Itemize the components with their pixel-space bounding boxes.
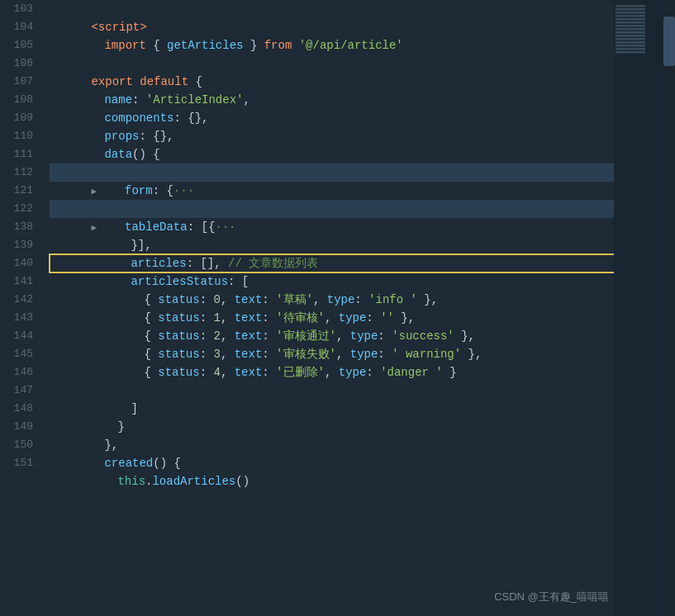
code-line-138: }], [50, 218, 675, 236]
ln-143: 143 [0, 309, 33, 327]
code-line-105 [50, 36, 675, 54]
ln-140: 140 [0, 254, 33, 272]
ln-108: 108 [0, 91, 33, 109]
ln-142: 142 [0, 291, 33, 309]
code-line-140: articlesStatus: [ [50, 254, 675, 272]
scrollbar[interactable] [663, 0, 675, 616]
ln-138: 138 [0, 218, 33, 236]
code-line-141: { status: 0, text: '草稿', type: 'info ' }… [50, 272, 675, 291]
code-line-151: this.loadArticles() [50, 454, 675, 472]
ln-145: 145 [0, 345, 33, 363]
code-line-121: }, [50, 182, 675, 200]
ln-147: 147 [0, 381, 33, 400]
code-line-109: props: {}, [50, 109, 675, 127]
code-line-122: ▶tableData: [{··· [50, 200, 675, 218]
ln-150: 150 [0, 436, 33, 454]
code-line-104: import { getArticles } from '@/api/artic… [50, 18, 675, 36]
code-line-103: <script> [50, 0, 675, 18]
code-area: <script> import { getArticles } from '@/… [43, 0, 675, 616]
ln-121: 121 [0, 182, 33, 200]
line-numbers: 103 104 105 106 107 108 109 110 111 112 … [0, 0, 43, 616]
code-line-144: { status: 3, text: '审核失败', type: ' warni… [50, 327, 675, 345]
ln-122: 122 [0, 200, 33, 218]
minimap-content: ████████████████████████ ███████████████… [614, 0, 663, 59]
code-line-107: name: 'ArticleIndex', [50, 73, 675, 91]
ln-112: 112 [0, 163, 33, 182]
ln-141: 141 [0, 272, 33, 291]
ln-146: 146 [0, 363, 33, 381]
ln-110: 110 [0, 127, 33, 145]
ln-106: 106 [0, 54, 33, 73]
code-line-112: ▶form: {··· [50, 163, 675, 182]
ln-149: 149 [0, 418, 33, 436]
code-line-139: articles: [], // 文章数据列表 [50, 236, 675, 254]
scrollbar-thumb[interactable] [663, 17, 675, 66]
code-line-108: components: {}, [50, 91, 675, 109]
watermark: CSDN @王有趣_嘻嘻嘻 [494, 588, 609, 606]
ln-144: 144 [0, 327, 33, 345]
code-line-145: { status: 4, text: '已删除', type: 'danger … [50, 345, 675, 363]
code-line-146 [50, 363, 675, 381]
ln-148: 148 [0, 400, 33, 418]
code-line-149: }, [50, 418, 675, 436]
ln-109: 109 [0, 109, 33, 127]
code-line-148: } [50, 400, 675, 418]
code-line-111: return { [50, 145, 675, 163]
code-line-147: ] [50, 381, 675, 400]
code-line-110: data() { [50, 127, 675, 145]
code-line-142: { status: 1, text: '待审核', type: '' }, [50, 291, 675, 309]
minimap: ████████████████████████ ███████████████… [614, 0, 663, 616]
ln-104: 104 [0, 18, 33, 36]
ln-107: 107 [0, 73, 33, 91]
editor-container: 103 104 105 106 107 108 109 110 111 112 … [0, 0, 675, 616]
ln-139: 139 [0, 236, 33, 254]
ln-105: 105 [0, 36, 33, 54]
code-line-150: created() { [50, 436, 675, 454]
ln-103: 103 [0, 0, 33, 18]
ln-111: 111 [0, 145, 33, 163]
code-line-143: { status: 2, text: '审核通过', type: 'succes… [50, 309, 675, 327]
code-line-106: export default { [50, 54, 675, 73]
ln-151: 151 [0, 454, 33, 472]
